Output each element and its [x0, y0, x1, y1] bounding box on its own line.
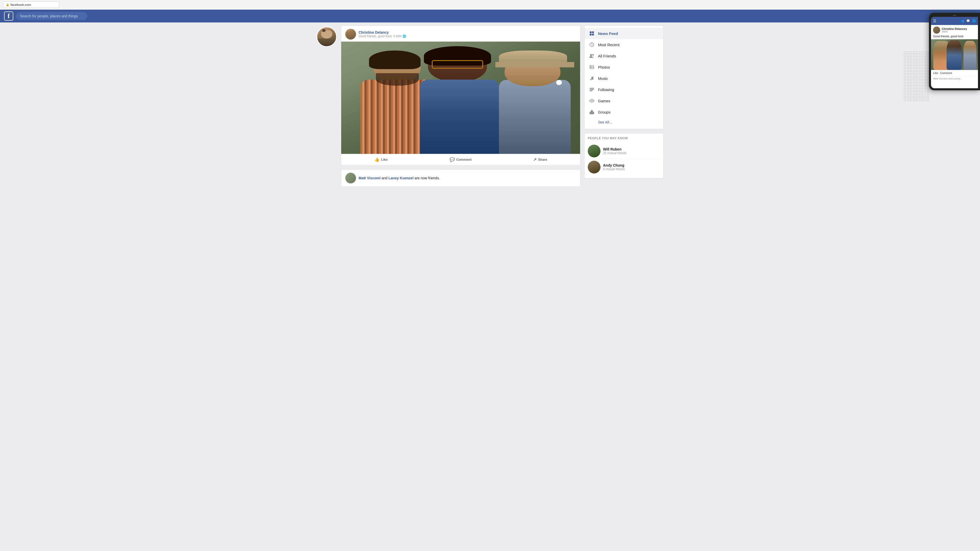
sidebar-item-music[interactable]: Music [585, 73, 663, 84]
will-ruben-mutual: 25 mutual friends [603, 151, 660, 155]
friend1-name[interactable]: Matt Viscomi [359, 176, 380, 180]
sidebar-item-groups[interactable]: Groups [585, 106, 663, 118]
mobile-actions: Like Comment [931, 70, 978, 76]
sidebar-item-games[interactable]: Games [585, 95, 663, 106]
lock-icon: 🔒 [6, 3, 10, 6]
comment-label: Comment [456, 158, 472, 162]
sidebar-nav: News Feed Most Recent [584, 25, 663, 129]
news-feed-icon [589, 30, 595, 37]
will-ruben-info: Will Ruben 25 mutual friends [603, 147, 660, 155]
mobile-screen: ☰ 👥 💬 🌐 Christine Delancey 5MIN Good fri… [931, 17, 978, 88]
news-feed-label: News Feed [598, 32, 618, 36]
most-recent-icon [589, 41, 595, 48]
mobile-topbar: ☰ 👥 💬 🌐 [931, 17, 978, 25]
all-friends-label: All Friends [598, 54, 616, 58]
friends-suffix: are now friends. [414, 176, 440, 180]
post-author-name[interactable]: Christine Delancy [359, 30, 576, 35]
post-author-avatar[interactable] [345, 29, 356, 40]
url-bar[interactable]: 🔒 facebook.com [3, 2, 59, 8]
andy-chung-mutual: 6 mutual friends [603, 167, 660, 171]
mobile-menu-icon: ☰ [933, 19, 936, 23]
music-label: Music [598, 76, 608, 81]
svg-point-5 [590, 54, 592, 56]
groups-icon [589, 109, 595, 115]
pymk-title: PEOPLE YOU MAY KNOW [588, 137, 660, 140]
all-friends-icon [589, 53, 595, 59]
right-sidebar: News Feed Most Recent [584, 25, 663, 187]
mobile-post-text: Good friends, good food. [931, 35, 978, 39]
mobile-globe-icon: 🌐 [972, 19, 976, 23]
svg-rect-12 [590, 88, 594, 89]
friends-photo [341, 41, 580, 154]
user-avatar[interactable] [317, 27, 337, 47]
pymk-section: PEOPLE YOU MAY KNOW Will Ruben 25 mutual… [584, 133, 663, 178]
browser-chrome: 🔒 facebook.com [0, 0, 980, 10]
friend2-name[interactable]: Laney Kuenzel [388, 176, 414, 180]
will-ruben-avatar [588, 144, 600, 157]
post-meta: Christine Delancy Good friends, good foo… [359, 30, 576, 38]
mobile-comment-label: Comment [940, 72, 952, 75]
pymk-person-will: Will Ruben 25 mutual friends [588, 143, 660, 159]
mobile-chat-icon: 💬 [966, 19, 970, 23]
mobile-post-meta: Christine Delancey 5MIN [942, 27, 967, 33]
following-label: Following [598, 87, 614, 92]
games-icon [589, 98, 595, 104]
topnav: f 👥 🔔 🌐 [0, 10, 980, 22]
svg-rect-3 [592, 34, 594, 35]
svg-rect-13 [590, 89, 594, 90]
share-button[interactable]: ↗ Share [501, 155, 580, 164]
post-image [341, 41, 580, 154]
sidebar-item-following[interactable]: Following [585, 84, 663, 95]
mobile-like-label: Like [933, 72, 938, 75]
post-time: 5 MIN [393, 35, 401, 38]
following-icon [589, 86, 595, 93]
music-icon [589, 75, 595, 81]
games-label: Games [598, 99, 610, 103]
pymk-person-andy: Andy Chung 6 mutual friends [588, 159, 660, 175]
svg-rect-21 [591, 110, 593, 112]
mobile-post-time: 5MIN [942, 30, 967, 33]
and-text: and [382, 176, 388, 180]
sidebar-item-news-feed[interactable]: News Feed [585, 28, 663, 39]
photos-label: Photos [598, 65, 610, 69]
most-recent-label: Most Recent [598, 43, 619, 47]
comment-icon: 💬 [450, 157, 455, 162]
comment-button[interactable]: 💬 Comment [421, 155, 501, 164]
friends-notification-text: Matt Viscomi and Laney Kuenzel are now f… [359, 176, 440, 180]
post-subtitle: Good friends, good food. 5 MIN 🌐 [359, 35, 576, 38]
photos-icon [589, 64, 595, 70]
friends-notification-avatar [345, 173, 356, 183]
like-button[interactable]: 👍 Like [341, 155, 421, 164]
svg-rect-0 [590, 32, 592, 33]
share-icon: ↗ [533, 157, 536, 162]
sidebar-item-most-recent[interactable]: Most Recent [585, 39, 663, 50]
andy-chung-avatar [588, 161, 600, 173]
url-text: facebook.com [11, 3, 31, 6]
will-ruben-name[interactable]: Will Ruben [603, 147, 660, 151]
svg-point-9 [590, 66, 591, 67]
andy-chung-name[interactable]: Andy Chung [603, 163, 660, 167]
facebook-logo[interactable]: f [4, 11, 13, 21]
mobile-post-header: Christine Delancey 5MIN [931, 25, 978, 35]
post-actions: 👍 Like 💬 Comment ↗ Share [341, 154, 580, 165]
sidebar-item-all-friends[interactable]: All Friends [585, 50, 663, 62]
svg-rect-1 [592, 32, 594, 33]
svg-point-11 [592, 79, 593, 80]
svg-rect-14 [590, 91, 592, 91]
post-privacy-icon: 🌐 [402, 35, 406, 38]
mobile-friends-icon: 👥 [960, 19, 964, 23]
post-caption: Good friends, good food. [359, 35, 392, 38]
groups-label: Groups [598, 110, 611, 114]
feed-area: Christine Delancy Good friends, good foo… [341, 25, 580, 187]
like-label: Like [381, 158, 388, 162]
mobile-feed-hint: Matt Viscomi and Laney... [931, 76, 978, 81]
like-icon: 👍 [374, 157, 380, 162]
mobile-device-mockup: ☰ 👥 💬 🌐 Christine Delancey 5MIN Good fri… [929, 13, 980, 90]
friends-notification-post: Matt Viscomi and Laney Kuenzel are now f… [341, 169, 580, 187]
andy-chung-info: Andy Chung 6 mutual friends [603, 163, 660, 171]
svg-point-16 [591, 100, 593, 102]
search-input[interactable] [16, 12, 87, 20]
sidebar-item-photos[interactable]: Photos [585, 62, 663, 73]
svg-point-10 [590, 79, 592, 80]
see-all-link[interactable]: See All... [585, 118, 663, 127]
